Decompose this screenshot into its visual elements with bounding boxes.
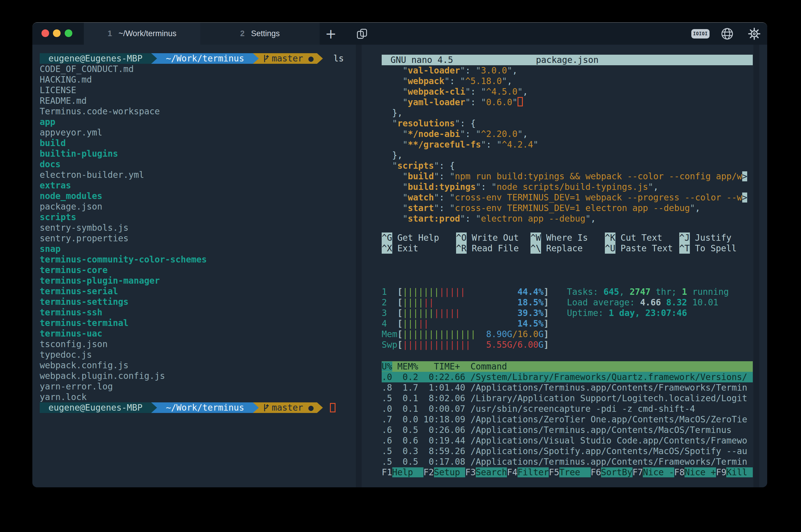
htop-tasks-summary: Tasks: 645, 2747 thr; 1 runningLoad aver… [567,287,729,318]
tab-work-terminus[interactable]: 1 ~/Work/terminus [84,23,200,45]
terminal-pane-right[interactable]: GNU nano 4.5 package.json "val-loader": … [362,45,767,487]
process-row[interactable]: .8 1.7 1:01.40 /Applications/Terminus.ap… [382,382,753,393]
htop-fkey-f1[interactable]: F1Help [382,467,424,478]
process-row[interactable]: .6 0.6 0:19.44 /Applications/Visual Stud… [382,435,753,446]
file-entry: webpack.config.js [40,360,344,370]
file-entry: appveyor.yml [40,127,344,138]
htop-meter: 3 [||||||||||| 39.3%] [382,308,549,318]
left-pane-scrollbar[interactable] [356,45,362,487]
process-row[interactable]: .5 0.5 0:17.08 /Applications/Terminus.ap… [382,456,753,467]
file-entry: CODE_OF_CONDUCT.md [40,64,344,74]
file-entry: README.md [40,96,344,106]
maximize-window-button[interactable] [65,30,72,37]
htop-meter: 1 [|||||||||||| 44.4%] [382,287,549,297]
htop-fkey-f9[interactable]: F9Kill [716,467,753,478]
prompt-path-segment: ~/Work/terminus [157,402,253,413]
htop-meter: 2 [|||||| 18.5%] [382,297,549,308]
file-entry: LICENSE [40,85,344,96]
process-table-header[interactable]: U% MEM% TIME+ Command [382,361,753,372]
nano-shortcut: ^G Get Help [382,232,456,243]
directory-entry: app [40,117,344,127]
tab-number: 1 [108,29,112,38]
prompt-user-segment: eugene@Eugenes-MBP [40,402,151,413]
shell-prompt: eugene@Eugenes-MBP ~/Work/terminus maste… [40,53,344,64]
nano-shortcut: ^O Write Out [456,232,530,243]
process-row[interactable]: .5 0.1 8:02.06 /Library/Application Supp… [382,393,753,403]
file-entry: electron-builder.yml [40,170,344,180]
right-pane-scrollbar[interactable] [753,45,759,487]
htop-meter: Swp[||||||||||||| 5.55G/6.00G] [382,340,549,350]
nano-shortcut-bar: ^G Get Help^O Write Out^W Where Is^K Cut… [382,232,754,254]
gear-icon [747,27,761,41]
directory-entry: snap [40,244,344,254]
close-window-button[interactable] [41,30,49,37]
htop-fkey-f6[interactable]: F6SortBy [591,467,633,478]
directory-entry: terminus-terminal [40,318,344,328]
serial-keycap-icon: IOIOI [691,29,710,38]
shell-prompt: eugene@Eugenes-MBP ~/Work/terminus maste… [40,402,344,413]
file-entry: yarn-error.log [40,381,344,392]
directory-entry: terminus-ssh [40,307,344,318]
file-entry: tsconfig.json [40,339,344,349]
new-tab-button[interactable]: + [322,23,340,45]
directory-entry: terminus-serial [40,286,344,297]
git-branch-icon [262,54,269,63]
htop-fkey-f5[interactable]: F5Tree [549,467,591,478]
nano-shortcut: ^U Paste Text [605,243,679,254]
tab-label: ~/Work/terminus [118,29,176,38]
file-entry: HACKING.md [40,74,344,85]
nano-shortcut: ^\ Replace [530,243,605,254]
htop-meters: 1 [|||||||||||| 44.4%]2 [|||||| 18.5%]3 … [382,287,549,350]
prompt-git-segment: master ● [259,402,317,413]
nano-shortcut: ^X Exit [382,243,456,254]
process-row[interactable]: .5 0.3 8:59.26 /Applications/Spotify.app… [382,446,753,456]
directory-entry: build [40,138,344,148]
file-entry: sentry.properties [40,233,344,244]
terminal-pane-left[interactable]: eugene@Eugenes-MBP ~/Work/terminus maste… [32,45,362,487]
prompt-path-segment: ~/Work/terminus [157,53,253,64]
terminal-cursor [330,403,336,412]
htop-fkey-f8[interactable]: F8Nice + [674,467,716,478]
directory-entry: terminus-uac [40,328,344,339]
directory-entry: terminus-settings [40,297,344,307]
directory-entry: scripts [40,212,344,223]
process-row[interactable]: .0 0.1 0:00.07 /usr/sbin/screencapture -… [382,403,753,414]
prompt-git-segment: master ● [259,53,317,64]
plus-icon: + [325,26,337,42]
settings-button[interactable] [745,23,763,45]
nano-title-bar: GNU nano 4.5 package.json [382,55,753,65]
htop-process-table: U% MEM% TIME+ Command.0 0.2 0:22.66 /Sys… [382,361,753,467]
process-row[interactable]: .6 0.5 0:26.06 /Applications/Terminus.ap… [382,425,753,435]
nano-editor-text: "val-loader": "3.0.0", "webpack": "^5.18… [382,65,753,224]
file-entry: yarn.lock [40,392,344,402]
htop-fkey-f4[interactable]: F4Filter [507,467,549,478]
tab-number: 2 [240,29,245,38]
process-row-selected[interactable]: .0 0.2 0:22.66 /System/Library/Framework… [382,372,753,382]
directory-entry: extras [40,180,344,191]
copy-panes-icon [355,27,369,41]
git-branch-icon [262,403,269,412]
terminal-window: 1 ~/Work/terminus 2 Settings + IOIOI [32,22,767,487]
process-row[interactable]: .7 0.0 10:18.09 /Applications/ZeroTier O… [382,414,753,425]
htop-fkey-f7[interactable]: F7Nice - [633,467,674,478]
typed-command: ls [323,54,344,63]
tab-settings[interactable]: 2 Settings [200,23,320,45]
htop-function-key-bar: F1Help F2Setup F3SearchF4FilterF5Tree F6… [382,467,753,478]
htop-meter: 4 [||||| 14.5%] [382,318,549,329]
htop-fkey-f2[interactable]: F2Setup [424,467,465,478]
directory-entry: node_modules [40,191,344,201]
nano-shortcut: ^J Justify [679,232,754,243]
window-content: eugene@Eugenes-MBP ~/Work/terminus maste… [32,45,767,487]
htop-fkey-f3[interactable]: F3Search [465,467,507,478]
serial-keyboard-button[interactable]: IOIOI [691,23,710,45]
minimize-window-button[interactable] [53,30,60,37]
prompt-user-segment: eugene@Eugenes-MBP [40,53,151,64]
network-button[interactable] [719,23,736,45]
directory-entry: builtin-plugins [40,148,344,159]
nano-shortcut: ^R Read File [456,243,530,254]
directory-entry: docs [40,159,344,170]
split-pane-button[interactable] [353,23,371,45]
tab-bar: 1 ~/Work/terminus 2 Settings + IOIOI [32,23,767,45]
screen: 1 ~/Work/terminus 2 Settings + IOIOI [0,0,801,532]
ls-output: eugene@Eugenes-MBP ~/Work/terminus maste… [40,53,344,413]
